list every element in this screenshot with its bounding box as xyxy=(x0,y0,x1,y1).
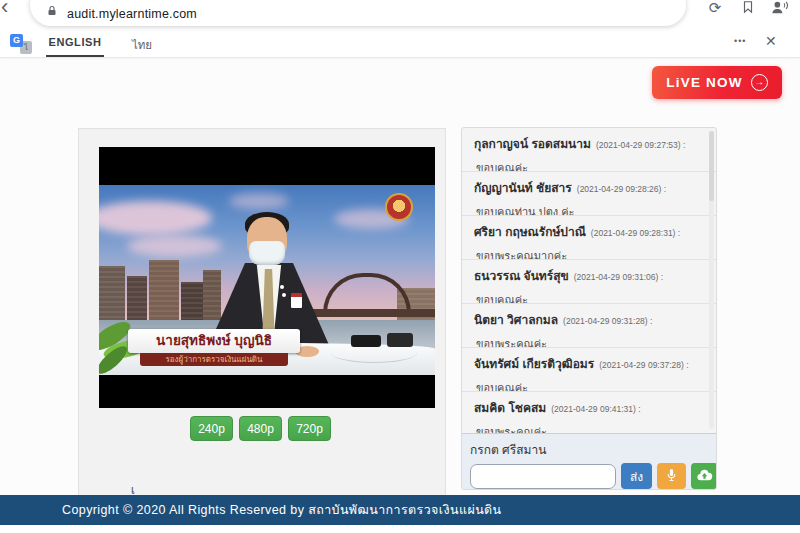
chat-scrollbar[interactable] xyxy=(709,131,714,429)
tab-english-underline xyxy=(46,55,104,57)
id-badge xyxy=(291,293,302,308)
google-translate-icon: ไ G xyxy=(10,34,32,54)
copyright-text: Copyright © 2020 All Rights Reserved by … xyxy=(62,500,502,520)
live-now-button[interactable]: LiVE NOW → xyxy=(652,66,782,99)
tab-thai[interactable]: ไทย xyxy=(132,36,152,54)
chat-message-text: ขอบคุณค่ะ xyxy=(474,159,704,172)
cloud-upload-icon xyxy=(696,468,713,485)
lock-icon xyxy=(46,4,58,22)
quality-720p-button[interactable]: 720p xyxy=(288,416,331,441)
chat-message-text: ขอบพระคุณค่ะ xyxy=(474,423,704,433)
chat-message-timestamp: (2021-04-29 09:28:31) : xyxy=(591,228,680,238)
arrow-right-icon: → xyxy=(751,74,768,91)
chat-message-list[interactable]: กุลกาญจน์ รอดสมนาม(2021-04-29 09:27:53) … xyxy=(462,128,716,433)
face-mask xyxy=(249,241,285,265)
tab-english[interactable]: ENGLISH xyxy=(46,36,104,48)
chat-message-author: กุลกาญจน์ รอดสมนาม xyxy=(474,137,591,151)
close-icon[interactable]: ✕ xyxy=(765,33,777,49)
video-scene: นายสุทธิพงษ์ บุญนิธิ รองผู้ว่าการตรวจเงิ… xyxy=(99,185,435,375)
url-text[interactable]: audit.mylearntime.com xyxy=(67,7,197,22)
back-icon[interactable]: ‹ xyxy=(1,0,8,20)
chat-message-author: ธนวรรณ จันทร์สุข xyxy=(474,269,569,283)
video-letterbox-bottom xyxy=(99,375,435,408)
browser-toolbar: ‹ audit.mylearntime.com ⟳ xyxy=(0,0,800,30)
chat-message: ธนวรรณ จันทร์สุข(2021-04-29 09:31:06) : … xyxy=(462,260,716,304)
translate-bar: ไ G ENGLISH ไทย ••• ✕ xyxy=(0,30,800,58)
partial-text-artifact: เ xyxy=(131,485,141,494)
chat-scrollbar-thumb[interactable] xyxy=(709,131,714,201)
chat-message-author: ศริยา กฤษณรักษ์ปาณี xyxy=(474,225,586,239)
chat-message-author: นิตยา วิศาลกมล xyxy=(474,313,558,327)
chat-input[interactable] xyxy=(470,464,616,489)
chat-message-timestamp: (2021-04-29 09:37:28) : xyxy=(599,360,688,370)
profile-icon[interactable] xyxy=(768,0,790,19)
chat-message: สมคิด โชคสม(2021-04-29 09:41:31) : ขอบพร… xyxy=(462,392,716,433)
chat-message-author: สมคิด โชคสม xyxy=(474,401,546,415)
live-now-label: LiVE NOW xyxy=(666,75,742,90)
chat-user-name: กรกต ศรีสมาน xyxy=(470,440,708,459)
video-player[interactable]: นายสุทธิพงษ์ บุญนิธิ รองผู้ว่าการตรวจเงิ… xyxy=(99,147,435,408)
chat-message-author: กัญญานันท์ ชัยสาร xyxy=(474,181,572,195)
chat-message-timestamp: (2021-04-29 09:31:06) : xyxy=(574,272,663,282)
chat-message: กัญญานันท์ ชัยสาร(2021-04-29 09:28:26) :… xyxy=(462,172,716,216)
chat-message-text: ขอบพระคุณมากค่ะ xyxy=(474,247,704,260)
upload-button[interactable] xyxy=(691,463,717,489)
chat-input-area: กรกต ศรีสมาน ส่ง xyxy=(462,433,716,489)
quality-480p-button[interactable]: 480p xyxy=(239,416,282,441)
chat-message-timestamp: (2021-04-29 09:41:31) : xyxy=(551,404,640,414)
chat-message-text: ขอบคุณค่ะ xyxy=(474,291,704,304)
chat-message-timestamp: (2021-04-29 09:31:28) : xyxy=(563,316,652,326)
microphone-icon xyxy=(665,467,678,486)
mic-button[interactable] xyxy=(657,463,686,489)
chat-message: ศริยา กฤษณรักษ์ปาณี(2021-04-29 09:28:31)… xyxy=(462,216,716,260)
send-button[interactable]: ส่ง xyxy=(621,463,652,489)
quality-240p-button[interactable]: 240p xyxy=(190,416,233,441)
page-footer: Copyright © 2020 All Rights Reserved by … xyxy=(0,495,800,525)
more-options-icon[interactable]: ••• xyxy=(734,36,746,46)
chat-message: นิตยา วิศาลกมล(2021-04-29 09:31:28) : ขอ… xyxy=(462,304,716,348)
chat-message-text: ขอบคุณค่ะ xyxy=(474,379,704,392)
chat-message-timestamp: (2021-04-29 09:27:53) : xyxy=(596,140,685,150)
video-letterbox-top xyxy=(99,147,435,185)
chat-message: กุลกาญจน์ รอดสมนาม(2021-04-29 09:27:53) … xyxy=(462,128,716,172)
chat-message-timestamp: (2021-04-29 09:28:26) : xyxy=(577,184,666,194)
address-bar[interactable]: audit.mylearntime.com xyxy=(30,0,686,26)
chat-message-author: จันทรัศม์ เกียรติวุฒิอมร xyxy=(474,357,594,371)
refresh-icon[interactable]: ⟳ xyxy=(704,0,726,19)
chat-message-text: ขอบคุณท่าน ปตง.ค่ะ xyxy=(474,203,704,216)
chat-message: จันทรัศม์ เกียรติวุฒิอมร(2021-04-29 09:3… xyxy=(462,348,716,392)
browser-window: ‹ audit.mylearntime.com ⟳ ไ G ENGLISH ไท… xyxy=(0,0,800,533)
bookmark-icon[interactable] xyxy=(737,0,759,19)
speaker-name-banner: นายสุทธิพงษ์ บุญนิธิ xyxy=(128,329,300,353)
chat-panel: กุลกาญจน์ รอดสมนาม(2021-04-29 09:27:53) … xyxy=(461,127,717,490)
chat-message-text: ขอบพระคุณค่ะ xyxy=(474,335,704,348)
speaker-title-banner: รองผู้ว่าการตรวจเงินแผ่นดิน xyxy=(140,353,288,366)
